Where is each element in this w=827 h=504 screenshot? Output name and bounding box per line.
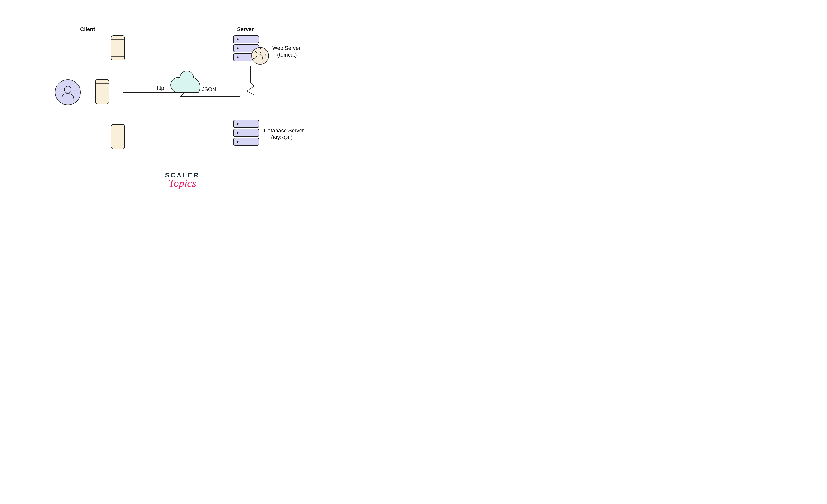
http-json-connector: [121, 68, 241, 102]
client-title: Client: [80, 26, 95, 33]
phone-icon-middle: [95, 79, 109, 104]
dbserver-label-2: (MySQL): [271, 134, 293, 141]
json-label: JSON: [202, 86, 216, 93]
svg-point-0: [55, 80, 81, 105]
svg-point-16: [237, 57, 239, 58]
svg-rect-8: [111, 124, 125, 149]
dbserver-label-1: Database Server: [264, 127, 304, 134]
server-connector: [243, 66, 258, 121]
svg-point-12: [237, 39, 239, 40]
webserver-label-1: Web Server: [272, 45, 300, 51]
web-server-icon: [232, 35, 271, 68]
scaler-topics-logo: SCALER Topics: [165, 171, 200, 189]
logo-bottom: Topics: [165, 177, 200, 189]
http-label: Http: [154, 85, 164, 91]
phone-icon-top: [111, 35, 125, 61]
server-title: Server: [237, 26, 254, 33]
svg-rect-5: [95, 79, 109, 104]
webserver-label-2: (tomcat): [277, 52, 297, 58]
svg-point-23: [237, 141, 239, 143]
svg-point-19: [237, 123, 239, 125]
svg-point-17: [252, 47, 269, 64]
svg-point-21: [237, 132, 239, 134]
user-icon: [54, 79, 81, 106]
phone-icon-bottom: [111, 124, 125, 149]
svg-rect-2: [111, 36, 125, 60]
database-server-icon: [232, 119, 261, 146]
svg-point-14: [237, 48, 239, 49]
